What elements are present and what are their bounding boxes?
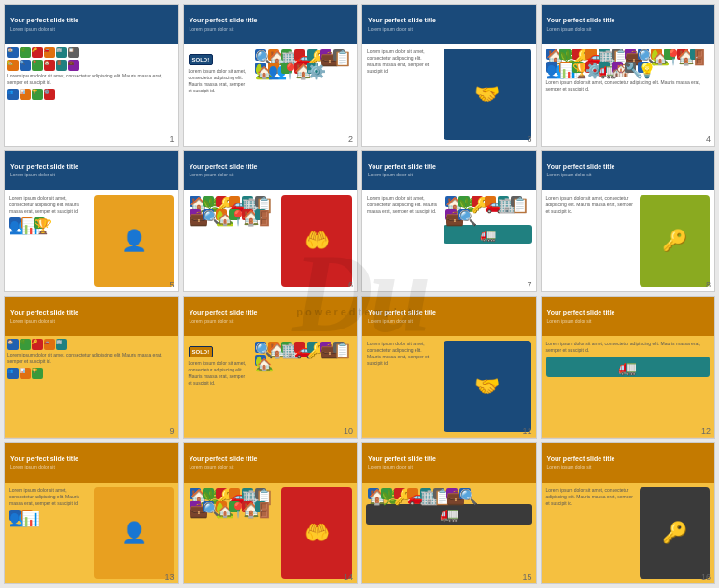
slide-4-number: 4 — [706, 134, 711, 144]
slide-2[interactable]: Your perfect slide title Lorem ipsum dol… — [183, 4, 359, 147]
slide-12-title: Your perfect slide title — [547, 309, 615, 316]
slide-15[interactable]: Your perfect slide title Lorem ipsum dol… — [361, 442, 537, 585]
slide-5-number: 5 — [169, 280, 174, 289]
slide-8-title: Your perfect slide title — [547, 163, 615, 171]
slide-12[interactable]: Your perfect slide title Lorem ipsum dol… — [541, 296, 716, 439]
slide-16-title: Your perfect slide title — [547, 455, 615, 463]
slide-6-title: Your perfect slide title — [190, 163, 258, 171]
slide-1-number: 1 — [169, 134, 174, 144]
sold-badge: SOLD! — [189, 54, 214, 65]
slide-2-subtitle: Lorem ipsum dolor sit — [190, 26, 258, 32]
slide-2-number: 2 — [348, 134, 353, 144]
slide-3[interactable]: Your perfect slide title Lorem ipsum dol… — [361, 4, 537, 147]
slide-13-title: Your perfect slide title — [10, 455, 78, 463]
slide-7-number: 7 — [527, 280, 531, 289]
slide-13-subtitle: Lorem ipsum dolor sit — [10, 464, 78, 469]
slide-6-subtitle: Lorem ipsum dolor sit — [190, 172, 258, 177]
slide-7-subtitle: Lorem ipsum dolor sit — [368, 172, 436, 177]
slide-3-subtitle: Lorem ipsum dolor sit — [368, 26, 436, 32]
slide-10-subtitle: Lorem ipsum dolor sit — [190, 318, 258, 324]
slide-16-number: 16 — [701, 572, 711, 581]
slide-14-number: 14 — [344, 572, 353, 581]
slide-13-number: 13 — [164, 572, 174, 581]
slide-9-title: Your perfect slide title — [10, 309, 78, 316]
slide-4[interactable]: Your perfect slide title Lorem ipsum dol… — [541, 4, 716, 147]
slide-13[interactable]: Your perfect slide title Lorem ipsum dol… — [4, 442, 179, 585]
slide-9[interactable]: Your perfect slide title Lorem ipsum dol… — [4, 296, 179, 439]
slide-16[interactable]: Your perfect slide title Lorem ipsum dol… — [541, 442, 716, 585]
slide-12-subtitle: Lorem ipsum dolor sit — [547, 318, 615, 324]
slide-10-title: Your perfect slide title — [190, 309, 258, 316]
slide-8-subtitle: Lorem ipsum dolor sit — [547, 172, 615, 177]
slide-5[interactable]: Your perfect slide title Lorem ipsum dol… — [4, 150, 179, 293]
slide-11-title: Your perfect slide title — [368, 309, 436, 316]
slide-1-text: Lorem ipsum dolor sit amet, consectetur … — [7, 73, 176, 86]
slide-14-title: Your perfect slide title — [190, 455, 258, 463]
slide-15-title: Your perfect slide title — [368, 455, 436, 463]
slide-6[interactable]: Your perfect slide title Lorem ipsum dol… — [183, 150, 359, 293]
slide-8[interactable]: Your perfect slide title Lorem ipsum dol… — [541, 150, 716, 293]
sold-badge-10: SOLD! — [189, 346, 214, 357]
slide-10[interactable]: Your perfect slide title Lorem ipsum dol… — [183, 296, 359, 439]
slide-16-subtitle: Lorem ipsum dolor sit — [547, 464, 615, 469]
slide-10-number: 10 — [344, 427, 353, 436]
slide-5-subtitle: Lorem ipsum dolor sit — [10, 172, 78, 177]
slide-11-number: 11 — [522, 427, 531, 436]
slide-9-subtitle: Lorem ipsum dolor sit — [10, 318, 78, 324]
slide-4-subtitle: Lorem ipsum dolor sit — [547, 26, 615, 32]
slide-11-subtitle: Lorem ipsum dolor sit — [368, 318, 436, 324]
slide-14[interactable]: Your perfect slide title Lorem ipsum dol… — [183, 442, 359, 585]
slide-15-subtitle: Lorem ipsum dolor sit — [368, 464, 436, 469]
slide-15-number: 15 — [522, 572, 531, 581]
slide-1-title: Your perfect slide title — [10, 17, 78, 24]
slide-1-subtitle: Lorem ipsum dolor sit — [10, 26, 78, 32]
slide-3-title: Your perfect slide title — [368, 17, 436, 24]
slide-9-number: 9 — [169, 427, 174, 436]
slide-7-title: Your perfect slide title — [368, 163, 436, 171]
slide-7[interactable]: Your perfect slide title Lorem ipsum dol… — [361, 150, 537, 293]
slide-6-number: 6 — [348, 280, 353, 289]
slide-4-title: Your perfect slide title — [547, 17, 615, 24]
slide-14-subtitle: Lorem ipsum dolor sit — [190, 464, 258, 469]
slide-8-number: 8 — [706, 280, 711, 289]
slides-grid: Your perfect slide title Lorem ipsum dol… — [0, 0, 719, 588]
slide-5-title: Your perfect slide title — [10, 163, 78, 171]
slide-1[interactable]: Your perfect slide title Lorem ipsum dol… — [4, 4, 179, 147]
slide-3-number: 3 — [527, 134, 531, 144]
slide-12-number: 12 — [701, 427, 711, 436]
slide-2-title: Your perfect slide title — [190, 17, 258, 24]
slide-11[interactable]: Your perfect slide title Lorem ipsum dol… — [361, 296, 537, 439]
